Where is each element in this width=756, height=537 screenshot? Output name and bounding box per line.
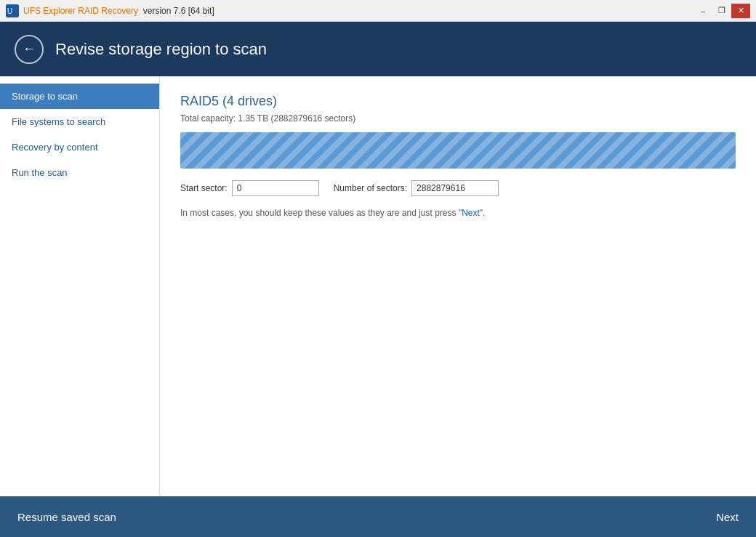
sidebar-item-filesystems[interactable]: File systems to search — [0, 109, 159, 134]
sidebar-item-storage[interactable]: Storage to scan — [0, 84, 159, 109]
resume-saved-scan-button[interactable]: Resume saved scan — [17, 511, 116, 523]
title-bar-text: UFS Explorer RAID Recovery version 7.6 [… — [23, 6, 214, 16]
hint-link: "Next" — [459, 208, 483, 218]
app-icon: U — [6, 4, 19, 17]
sidebar-item-runscan[interactable]: Run the scan — [0, 160, 159, 185]
sector-row: Start sector: Number of sectors: — [180, 180, 736, 196]
hint-text-suffix: . — [483, 208, 485, 218]
sidebar-item-recovery[interactable]: Recovery by content — [0, 134, 159, 160]
back-button[interactable]: ← — [15, 35, 44, 64]
app-name-colored: UFS Explorer RAID Recovery — [23, 6, 138, 16]
sidebar-item-runscan-label: Run the scan — [12, 167, 68, 178]
num-sectors-input[interactable] — [411, 180, 499, 196]
content-title: RAID5 (4 drives) — [180, 94, 736, 109]
svg-text:U: U — [7, 7, 12, 15]
footer: Resume saved scan Next — [0, 496, 756, 537]
app-version: version 7.6 [64 bit] — [143, 6, 214, 16]
start-sector-input[interactable] — [232, 180, 319, 196]
close-button[interactable]: ✕ — [731, 4, 750, 18]
title-bar: U UFS Explorer RAID Recovery version 7.6… — [0, 0, 756, 22]
restore-button[interactable]: ❐ — [712, 4, 731, 18]
start-sector-label: Start sector: — [180, 183, 228, 193]
minimize-button[interactable]: – — [693, 4, 712, 18]
sidebar: Storage to scan File systems to search R… — [0, 76, 160, 496]
num-sectors-label: Number of sectors: — [334, 183, 407, 193]
title-bar-left: U UFS Explorer RAID Recovery version 7.6… — [6, 4, 214, 17]
sidebar-item-storage-label: Storage to scan — [12, 91, 78, 102]
hint-text: In most cases, you should keep these val… — [180, 208, 736, 218]
hint-text-prefix: In most cases, you should keep these val… — [180, 208, 459, 218]
app-header: ← Revise storage region to scan — [0, 22, 756, 76]
next-button[interactable]: Next — [716, 511, 739, 523]
page-title: Revise storage region to scan — [55, 40, 267, 59]
sidebar-item-filesystems-label: File systems to search — [12, 116, 105, 127]
capacity-text: Total capacity: 1.35 TB (2882879616 sect… — [180, 113, 736, 124]
num-sectors-group: Number of sectors: — [334, 180, 499, 196]
capacity-bar — [180, 132, 736, 169]
sidebar-item-recovery-label: Recovery by content — [12, 142, 98, 153]
content-area: RAID5 (4 drives) Total capacity: 1.35 TB… — [160, 76, 756, 496]
title-bar-controls: – ❐ ✕ — [693, 4, 750, 18]
start-sector-group: Start sector: — [180, 180, 319, 196]
main-area: Storage to scan File systems to search R… — [0, 76, 756, 496]
